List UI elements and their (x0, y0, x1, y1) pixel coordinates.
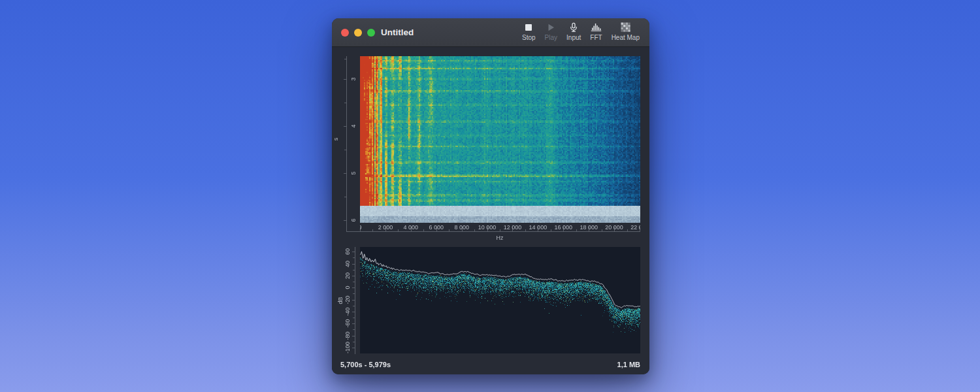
spec-freq-tick-label: 16 000 (555, 225, 573, 231)
fft-db-tick-label: 20 (345, 272, 351, 279)
fft-db-minor-tick (353, 342, 355, 342)
fft-db-tick (352, 276, 355, 276)
fft-db-tick (352, 323, 355, 324)
fft-db-tick-label: 60 (345, 248, 351, 255)
fft-db-minor-tick (353, 329, 355, 330)
stop-label: Stop (522, 34, 536, 41)
spec-freq-tick-label: 4 000 (404, 225, 419, 231)
spec-freq-tick-label: 10 000 (478, 225, 497, 231)
fft-label: FFT (590, 34, 602, 41)
fft-db-tick-label: 40 (345, 261, 351, 267)
fft-db-tick (352, 287, 355, 288)
fft-db-tick (352, 312, 355, 312)
fft-db-tick (352, 264, 355, 265)
fft-db-minor-tick (353, 293, 355, 294)
fft-db-minor-tick (353, 306, 355, 306)
stop-icon (523, 22, 534, 33)
spec-freq-tick-label: 18 000 (580, 225, 598, 231)
axes-layer: 34566040200-20-40-60-80-100 (332, 47, 649, 374)
close-button[interactable] (341, 29, 349, 37)
spec-time-tick (344, 173, 347, 174)
fft-db-tick-label: -40 (345, 307, 351, 316)
window-title: Untitled (381, 18, 414, 47)
play-label: Play (545, 34, 557, 41)
spec-time-tick (344, 220, 347, 221)
toolbar: Stop Play (517, 22, 644, 41)
play-icon (546, 22, 556, 33)
spec-time-minor-tick (344, 150, 347, 150)
title-bar[interactable]: Untitled Stop Play (332, 18, 649, 47)
spec-time-tick-label: 4 (351, 124, 357, 127)
input-button[interactable]: Input (562, 22, 585, 41)
time-axis-title: s (333, 138, 339, 141)
spec-time-minor-tick (344, 103, 347, 103)
minimize-button[interactable] (354, 29, 362, 37)
fft-db-tick (352, 336, 355, 336)
fft-db-tick (352, 348, 355, 348)
spec-time-tick-label: 3 (351, 77, 357, 80)
fft-db-minor-tick (353, 270, 355, 270)
fft-db-tick-label: -100 (345, 342, 351, 353)
fft-db-minor-tick (353, 282, 355, 282)
spec-time-tick (344, 79, 347, 80)
spec-freq-tick-label: 12 000 (504, 225, 522, 231)
fft-db-minor-tick (353, 318, 355, 318)
heat-map-label: Heat Map (612, 34, 640, 41)
fft-db-tick-label: -60 (345, 319, 351, 327)
spec-freq-tick-label: 22 000 (630, 225, 640, 231)
db-axis-title: dB (338, 297, 344, 304)
input-label: Input (566, 34, 581, 41)
spec-freq-tick-label: 2 000 (378, 225, 393, 231)
app-window: Untitled Stop Play (332, 18, 649, 374)
heat-map-button[interactable]: Heat Map (607, 22, 644, 41)
spec-time-minor-tick (344, 59, 347, 59)
fft-db-tick-label: 0 (345, 286, 351, 289)
freq-axis-labels: 02 0004 0006 0008 00010 00012 00014 0001… (360, 223, 640, 232)
spec-freq-tick-label: 20 000 (605, 225, 623, 231)
play-button[interactable]: Play (540, 22, 562, 41)
fft-db-tick-label: -80 (345, 331, 351, 340)
desktop-background: Untitled Stop Play (0, 0, 980, 392)
spec-freq-tick-label: 6 000 (429, 225, 444, 231)
fft-button[interactable]: FFT (585, 22, 606, 41)
heatmap-grid-icon (621, 22, 630, 33)
spec-time-tick-label: 5 (351, 171, 357, 174)
fft-db-tick-label: -20 (345, 295, 351, 304)
fft-bars-icon (591, 22, 602, 33)
freq-axis-title: Hz (497, 235, 504, 241)
spec-freq-tick-label: 8 000 (454, 225, 469, 231)
microphone-icon (568, 22, 579, 33)
spec-time-tick-label: 6 (351, 218, 357, 221)
spec-freq-tick-label: 14 000 (529, 225, 547, 231)
traffic-lights (341, 29, 375, 37)
zoom-button[interactable] (367, 29, 375, 37)
status-time-range: 5,700s - 5,979s (340, 361, 391, 368)
fft-db-tick (352, 300, 355, 301)
spec-time-minor-tick (344, 197, 347, 197)
window-content: 34566040200-20-40-60-80-100 02 0004 0006… (332, 47, 649, 374)
fft-db-tick (352, 252, 355, 252)
stop-button[interactable]: Stop (517, 22, 540, 41)
spec-freq-tick-label: 0 (360, 225, 362, 231)
fft-db-axis-line (355, 247, 355, 354)
spec-time-axis-line (346, 56, 347, 231)
status-file-size: 1,1 MB (617, 361, 640, 368)
fft-db-minor-tick (353, 257, 355, 258)
spec-time-tick (344, 126, 347, 127)
